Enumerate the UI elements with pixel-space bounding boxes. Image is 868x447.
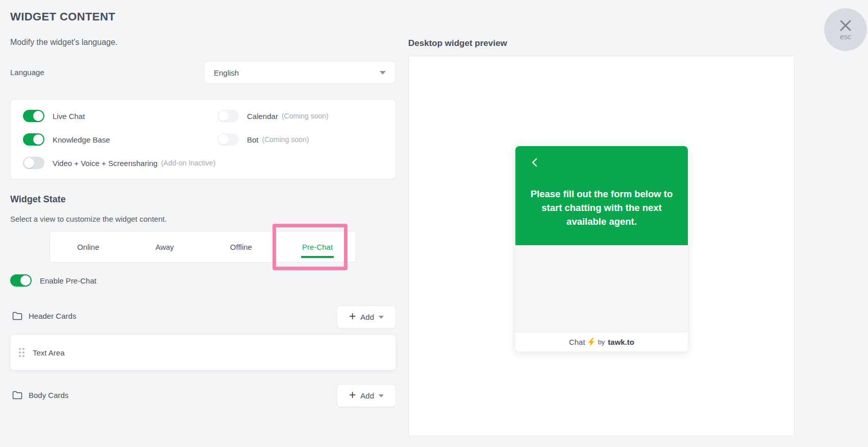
toggle-knob (33, 111, 43, 121)
feature-label: Video + Voice + Screensharing (53, 159, 158, 168)
language-label: Language (10, 68, 44, 77)
feature-row-bot: Bot (Coming soon) (217, 133, 309, 146)
chat-widget-preview: Please fill out the form below to start … (515, 146, 688, 351)
enable-prechat-label: Enable Pre-Chat (40, 276, 96, 285)
language-selected-value: English (214, 68, 239, 77)
calendar-toggle[interactable] (217, 110, 239, 122)
toggle-knob (218, 134, 229, 145)
enable-prechat-row: Enable Pre-Chat (10, 274, 96, 287)
widget-body (515, 245, 688, 332)
header-cards-label: Header Cards (29, 312, 76, 320)
plus-icon: + (349, 389, 356, 401)
header-card-text-area[interactable]: Text Area (10, 335, 396, 370)
live-chat-toggle[interactable] (23, 110, 44, 122)
feature-row-knowledge-base: Knowledge Base (23, 133, 110, 146)
tab-away[interactable]: Away (127, 231, 203, 262)
back-chevron-icon (530, 157, 540, 168)
body-cards-heading: Body Cards (12, 391, 68, 399)
knowledge-base-toggle[interactable] (23, 133, 44, 146)
widget-state-subtitle: Select a view to customize the widget co… (10, 215, 167, 223)
close-button[interactable]: esc (824, 8, 867, 51)
header-cards-heading: Header Cards (12, 312, 76, 320)
add-button-label: Add (360, 391, 374, 400)
tab-label: Pre-Chat (302, 243, 333, 251)
features-panel: Live Chat Knowledge Base Video + Voice +… (10, 99, 396, 179)
caret-down-icon (380, 71, 386, 75)
plus-icon: + (349, 311, 356, 322)
card-label: Text Area (33, 348, 65, 357)
feature-row-live-chat: Live Chat (23, 110, 85, 122)
toggle-knob (24, 158, 34, 168)
preview-title: Desktop widget preview (408, 38, 507, 49)
widget-state-title: Widget State (10, 194, 66, 205)
feature-row-calendar: Calendar (Coming soon) (217, 110, 329, 122)
folder-icon (12, 391, 22, 399)
page-title: WIDGET CONTENT (10, 10, 115, 23)
drag-handle-icon[interactable] (19, 348, 24, 357)
feature-row-video-voice: Video + Voice + Screensharing (Add-on In… (23, 157, 215, 169)
close-icon (839, 19, 852, 32)
preview-panel: Please fill out the form below to start … (408, 56, 795, 436)
widget-message: Please fill out the form below to start … (515, 146, 688, 228)
tab-offline[interactable]: Offline (203, 231, 280, 262)
footer-brand: tawk.to (608, 338, 634, 346)
caret-down-icon (379, 394, 384, 397)
feature-label: Live Chat (53, 112, 85, 121)
add-button-label: Add (360, 313, 374, 321)
feature-label: Bot (247, 135, 259, 144)
language-select[interactable]: English (204, 61, 395, 84)
toggle-knob (20, 275, 31, 286)
folder-icon (12, 312, 22, 320)
bot-toggle[interactable] (217, 133, 239, 146)
tab-online[interactable]: Online (50, 231, 127, 262)
footer-chat-label: Chat (569, 338, 585, 346)
feature-note: (Coming soon) (262, 135, 309, 144)
active-tab-underline (301, 256, 334, 258)
toggle-knob (218, 111, 229, 121)
feature-note: (Coming soon) (282, 112, 329, 120)
feature-label: Calendar (247, 112, 278, 121)
feature-label: Knowledge Base (53, 135, 110, 144)
page-subtitle: Modify the widget's language. (10, 38, 117, 47)
enable-prechat-toggle[interactable] (10, 274, 32, 287)
esc-label: esc (840, 33, 851, 41)
body-cards-label: Body Cards (29, 391, 68, 399)
widget-header: Please fill out the form below to start … (515, 146, 688, 245)
lightning-bolt-icon (588, 338, 595, 346)
footer-by-label: by (598, 338, 605, 346)
tab-pre-chat[interactable]: Pre-Chat (279, 231, 356, 262)
widget-state-tabs: Online Away Offline Pre-Chat (49, 231, 356, 263)
add-header-card-button[interactable]: + Add (337, 305, 396, 328)
video-voice-toggle[interactable] (23, 157, 44, 169)
toggle-knob (33, 134, 43, 145)
widget-footer: Chat by tawk.to (515, 332, 688, 351)
feature-note: (Add-on Inactive) (161, 159, 216, 167)
add-body-card-button[interactable]: + Add (337, 384, 396, 407)
caret-down-icon (379, 316, 384, 319)
